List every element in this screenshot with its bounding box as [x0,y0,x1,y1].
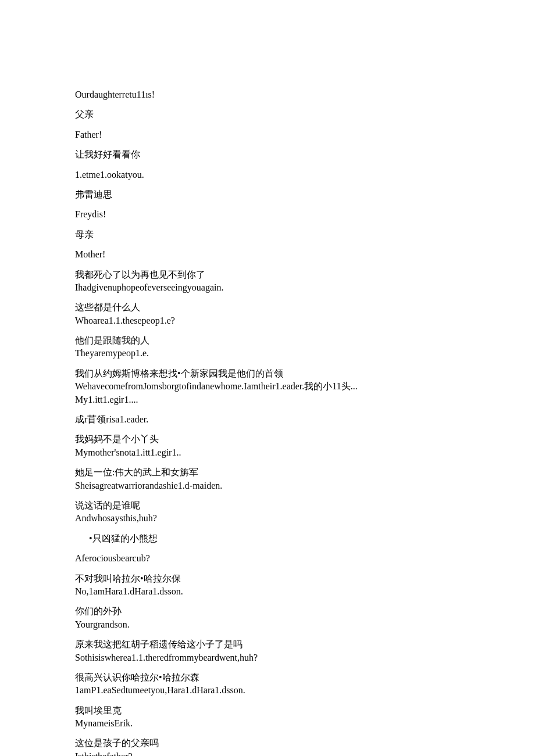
text-block: 母亲 [75,228,460,241]
text-line: Whoarea1.1.thesepeop1.e? [75,314,460,327]
text-line: Theyaremypeop1.e. [75,347,460,360]
text-line: 她足一位:伟大的武上和女旃军 [75,466,460,479]
text-line: 让我好好看看你 [75,148,460,161]
text-block: Father! [75,128,460,141]
text-line: 他们是跟随我的人 [75,334,460,347]
text-line: Ourdaughterretu11ıs! [75,88,460,101]
text-line: 你们的外孙 [75,605,460,618]
text-line: Freydis! [75,208,460,221]
text-line: Father! [75,128,460,141]
text-line: Yourgrandson. [75,618,460,631]
text-line: Ihadgivenuphopeofeverseeingyouagain. [75,281,460,294]
text-line: No,1amHara1.dHara1.dsson. [75,585,460,598]
text-block: 我妈妈不是个小丫头Mymother'snota1.itt1.egir1.. [75,433,460,459]
text-line: 我都死心了以为再也见不到你了 [75,268,460,281]
text-line: 弗雷迪思 [75,188,460,201]
text-block: 父亲 [75,108,460,121]
text-block: Ourdaughterretu11ıs! [75,88,460,101]
text-block: 他们是跟随我的人Theyaremypeop1.e. [75,334,460,360]
text-line: 我叫埃里克 [75,704,460,717]
text-line: 成r苜领risa1.eader. [75,413,460,426]
text-block: Mother! [75,248,460,261]
text-line: 1amP1.eaSedtumeetyou,Hara1.dHara1.dsson. [75,684,460,697]
text-line: 不对我叫哈拉尔•哈拉尔保 [75,572,460,585]
text-line: Aferociousbearcub? [75,552,460,565]
text-line: MynameisErik. [75,717,460,730]
text-block: 我们从约姆斯博格来想找•个新家园我是他们的首领WehavecomefromJom… [75,367,460,406]
text-line: 原来我这把红胡子稻遗传给这小子了是吗 [75,638,460,651]
text-block: 弗雷迪思 [75,188,460,201]
text-block: 我叫埃里克MynameisErik. [75,704,460,730]
text-block: 成r苜领risa1.eader. [75,413,460,426]
text-block: 很高兴认识你哈拉尔•哈拉尔森1amP1.eaSedtumeetyou,Hara1… [75,671,460,697]
text-block: Freydis! [75,208,460,221]
text-line: Sheisagreatwarriorandashie1.d-maiden. [75,479,460,492]
text-line: 我们从约姆斯博格来想找•个新家园我是他们的首领 [75,367,460,380]
text-line: Isthisthefather? [75,750,460,756]
text-block: 这位是孩子的父亲吗Isthisthefather? [75,737,460,756]
text-block: 说这话的是谁呢Andwhosaysthis,huh? [75,499,460,525]
text-block: 不对我叫哈拉尔•哈拉尔保No,1amHara1.dHara1.dsson. [75,572,460,599]
text-line: Mymother'snota1.itt1.egir1.. [75,446,460,459]
text-block: •只凶猛的小熊想 [75,532,460,545]
text-block: 原来我这把红胡子稻遗传给这小子了是吗Sothisiswherea1.1.ther… [75,638,460,664]
text-line: 说这话的是谁呢 [75,499,460,512]
text-line: 母亲 [75,228,460,241]
text-block: 她足一位:伟大的武上和女旃军Sheisagreatwarriorandashie… [75,466,460,492]
text-line: 这些都是什么人 [75,301,460,314]
text-line: 父亲 [75,108,460,121]
document-page: Ourdaughterretu11ıs!父亲Father!让我好好看看你1.et… [0,0,535,756]
text-line: My1.itt1.egir1.... [75,393,460,406]
text-block: Aferociousbearcub? [75,552,460,565]
text-line: WehavecomefromJomsborgtofindanewhome.Iam… [75,380,460,393]
text-line: 这位是孩子的父亲吗 [75,737,460,750]
text-block: 我都死心了以为再也见不到你了Ihadgivenuphopeofeverseein… [75,268,460,295]
text-line: Mother! [75,248,460,261]
text-block: 你们的外孙Yourgrandson. [75,605,460,631]
text-line: •只凶猛的小熊想 [89,532,460,545]
text-line: 1.etme1.ookatyou. [75,169,460,181]
text-line: Andwhosaysthis,huh? [75,512,460,525]
text-block: 让我好好看看你 [75,148,460,161]
text-block: 这些都是什么人Whoarea1.1.thesepeop1.e? [75,301,460,327]
text-block: 1.etme1.ookatyou. [75,169,460,181]
text-line: Sothisiswherea1.1.theredfrommybeardwent,… [75,651,460,664]
text-line: 很高兴认识你哈拉尔•哈拉尔森 [75,671,460,684]
text-line: 我妈妈不是个小丫头 [75,433,460,446]
